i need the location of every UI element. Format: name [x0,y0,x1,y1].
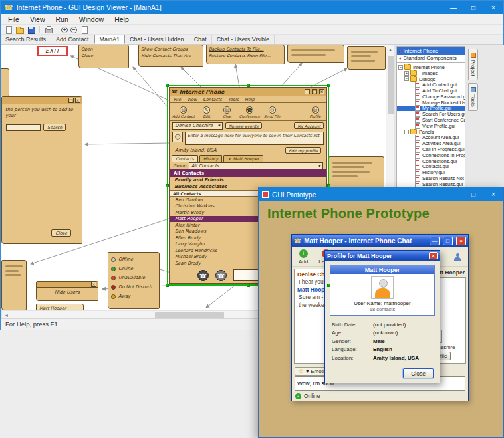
sketch-tool-profile[interactable]: ☺ Profile [307,106,324,118]
tree-item-selected[interactable]: My Profile.gui [397,106,465,112]
dropdown-option-selected[interactable]: All Contacts [170,169,326,177]
sketch-menu-item[interactable]: Contacts [203,97,222,102]
sketch-tool-send-file[interactable]: ✉ Send File [263,106,281,118]
close-sketch-button[interactable]: Close [51,229,71,237]
scrollbar-thumb[interactable] [155,312,224,318]
menu-run[interactable]: Run [51,14,73,24]
sketch-tool-chat[interactable]: ☺ Chat [219,106,236,118]
title-bar[interactable]: GUI Prototype — □ × [259,187,503,201]
new-document-icon[interactable] [4,25,13,34]
close-dialog-button[interactable]: Close [403,368,434,378]
sketch-stub-box[interactable] [1,68,9,96]
call-button-icon[interactable]: ☎ [197,270,209,281]
selection-handle[interactable] [327,184,330,187]
tree-item[interactable]: Search For Users.gui [397,111,465,117]
note-backup-restore[interactable]: Backup Contacts To File... Restore Conta… [206,45,285,64]
close-button[interactable]: × [429,252,438,259]
sketch-tool-add-contact[interactable]: ☺ Add Contact [172,106,195,118]
tab-tools[interactable]: Tools [468,83,478,111]
hangup-button-icon[interactable]: ☎ [215,270,227,281]
close-button[interactable]: × [483,187,503,201]
note-contact-groups[interactable]: Show Contact Groups Hide Contacts That A… [138,45,203,67]
zoom-out-icon[interactable]: − [70,27,77,33]
tree-item[interactable]: Add Contact.gui [397,82,465,88]
my-account-button[interactable]: My Account [294,122,324,129]
group-dropdown[interactable]: All Contacts ▾ [189,162,323,169]
close-icon[interactable]: × [227,156,231,161]
edit-profile-button[interactable]: Edit my profile [285,147,321,154]
scroll-up-icon[interactable]: ▲ [386,45,395,54]
scrollbar-thumb[interactable] [388,56,394,114]
open-folder-icon[interactable] [15,25,24,34]
tab-maina1[interactable]: MainA1 [94,35,126,44]
expand-toggle-icon[interactable]: + [404,71,409,76]
tab-project[interactable]: Project [468,49,478,80]
close-button[interactable]: × [456,237,466,245]
dropdown-option[interactable]: Family and Friends [170,177,326,183]
selection-handle[interactable] [327,284,330,287]
library-item-internet-phone[interactable]: ♦ Internet Phone [397,47,465,55]
tree-item[interactable]: Activities Area.gui [397,140,465,146]
tab-history[interactable]: History [199,155,222,162]
sketch-menu-item[interactable]: File [174,97,181,102]
note-open-close[interactable]: Open Close [78,45,129,68]
exit-annotation[interactable]: EXIT [37,46,68,56]
tree-item[interactable]: +_Images [397,70,465,76]
tree-item[interactable]: −Panels [397,129,465,135]
tree-item[interactable]: −Internet Phone [397,64,465,70]
sketch-add-contact-panel[interactable]: □ × the person you wish to add to your S… [1,96,82,244]
tree-item[interactable]: Call In Progress.gui [397,146,465,152]
minimize-button[interactable]: — [443,1,463,14]
sketch-user-chip[interactable]: Matt Hooper [36,304,84,310]
tree-item[interactable]: Account Area.gui [397,135,465,141]
selection-handle[interactable] [247,284,250,287]
tab-chat[interactable]: Chat [189,35,212,44]
search-button[interactable]: Search [43,124,66,131]
tree-item[interactable]: Connections.gui [397,158,465,164]
tab-contacts[interactable]: Contacts [172,155,198,162]
status-legend-note[interactable]: Offline Online Unavailable Do Not Distur… [108,252,160,309]
add-contact-button[interactable]: + Add [299,249,308,265]
tree-item[interactable]: Contacts.gui [397,164,465,170]
title-bar[interactable]: ☎ Internet Phone - GUI Design Viewer - [… [1,1,503,14]
profile-icon[interactable] [453,253,461,261]
menu-file[interactable]: File [3,14,24,24]
tree-item[interactable]: Manage Blocked Users.gui [397,100,465,106]
sketch-menu-item[interactable]: Tools [228,97,239,102]
user-dropdown[interactable]: Denise Cheshire ▾ [172,122,223,130]
no-new-events-button[interactable]: No new events [225,122,262,129]
selection-handle[interactable] [166,184,169,187]
maximize-button[interactable]: □ [443,237,453,245]
tree-item[interactable]: −Dialogs [397,76,465,82]
minimize-button[interactable]: — [443,187,463,201]
zoom-fit-icon[interactable] [80,25,88,34]
tree-item[interactable]: View Profile.gui [397,123,465,129]
tab-search-results[interactable]: Search Results [1,35,51,44]
sketch-tool-conference[interactable]: ☎ Conference [239,106,260,118]
collapse-toggle-icon[interactable]: − [404,76,409,81]
menu-help[interactable]: Help [110,14,134,24]
sketch-menu-item[interactable]: View [187,97,197,102]
maximize-button[interactable]: □ [463,187,483,201]
selection-handle[interactable] [166,84,169,87]
tree-item[interactable]: Add To Chat.gui [397,88,465,94]
tab-matt-hooper[interactable]: × Matt Hooper [223,155,263,162]
maximize-button[interactable]: □ [463,1,483,14]
title-bar[interactable]: ☎ Matt Hooper - Internet Phone Chat — □ … [292,235,468,247]
status-message-input[interactable]: Enter a message here for everyone to see… [185,132,324,145]
menu-view[interactable]: View [25,14,50,24]
minimize-button[interactable]: — [430,237,440,245]
tree-item[interactable]: Start Conference Call.gui [397,117,465,123]
sketch-partial-panel[interactable] [1,260,27,310]
sketch-hide-users-panel[interactable]: × Hide Users [36,281,98,301]
tab-chat-users-hidden[interactable]: Chat - Users Hidden [125,35,189,44]
note-scribble-1[interactable] [287,45,344,63]
title-bar[interactable]: Profile for Matt Hooper × [325,251,440,261]
selection-handle[interactable] [327,84,330,87]
tab-chat-users-visible[interactable]: Chat - Users Visible [212,35,275,44]
save-icon[interactable] [27,25,35,34]
selection-handle[interactable] [247,84,250,87]
collapse-toggle-icon[interactable]: − [404,130,409,134]
menu-window[interactable]: Window [74,14,108,24]
print-icon[interactable] [44,25,53,34]
